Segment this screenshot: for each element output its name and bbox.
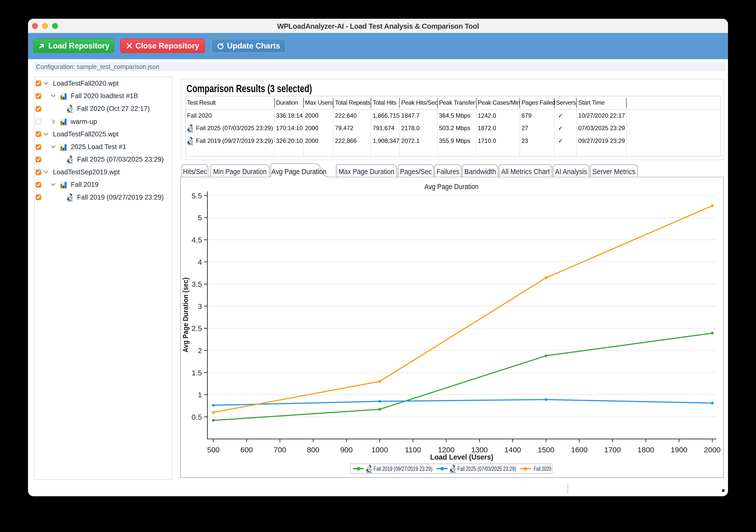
svg-text:Fall 2025 (07/03/2025 23:29): Fall 2025 (07/03/2025 23:29) bbox=[457, 465, 516, 472]
svg-text:600: 600 bbox=[240, 445, 253, 454]
svg-text:Hits/Sec: Hits/Sec bbox=[183, 167, 207, 176]
svg-text:Avg Page Duration: Avg Page Duration bbox=[272, 167, 327, 176]
svg-text:Failures: Failures bbox=[437, 167, 459, 176]
svg-text:1: 1 bbox=[198, 391, 202, 399]
svg-text:Min Page Duration: Min Page Duration bbox=[213, 167, 267, 176]
svg-text:Comparison Results (3 selected: Comparison Results (3 selected) bbox=[186, 83, 312, 94]
svg-text:4.5: 4.5 bbox=[192, 236, 202, 244]
svg-text:Avg Page Duration (sec): Avg Page Duration (sec) bbox=[181, 277, 190, 352]
svg-text:1700: 1700 bbox=[604, 445, 621, 454]
svg-text:2: 2 bbox=[198, 346, 202, 355]
svg-text:1000: 1000 bbox=[371, 445, 388, 454]
svg-text:2.5: 2.5 bbox=[192, 324, 202, 332]
svg-text:1400: 1400 bbox=[504, 445, 521, 454]
svg-text:5: 5 bbox=[198, 214, 202, 222]
svg-text:5.5: 5.5 bbox=[192, 191, 202, 200]
svg-text:Server Metrics: Server Metrics bbox=[592, 167, 635, 176]
svg-text:2000: 2000 bbox=[704, 445, 721, 454]
svg-text:AI Analysis: AI Analysis bbox=[555, 167, 587, 176]
svg-text:Max Page Duration: Max Page Duration bbox=[338, 167, 394, 176]
svg-text:1600: 1600 bbox=[571, 445, 588, 454]
svg-text:3: 3 bbox=[198, 302, 202, 311]
svg-text:900: 900 bbox=[340, 445, 353, 454]
svg-text:700: 700 bbox=[274, 445, 286, 454]
svg-text:3.5: 3.5 bbox=[192, 280, 202, 288]
svg-text:800: 800 bbox=[307, 445, 319, 454]
svg-text:Avg Page Duration: Avg Page Duration bbox=[424, 182, 479, 190]
svg-text:1100: 1100 bbox=[405, 445, 421, 454]
svg-text:Fall 2020: Fall 2020 bbox=[534, 465, 551, 472]
svg-text:Pages/Sec: Pages/Sec bbox=[400, 167, 432, 176]
svg-text:4: 4 bbox=[198, 258, 202, 266]
svg-text:1900: 1900 bbox=[671, 445, 688, 454]
svg-text:1500: 1500 bbox=[538, 445, 554, 454]
svg-text:Bandwidth: Bandwidth bbox=[464, 167, 496, 176]
svg-text:Load Level (Users): Load Level (Users) bbox=[430, 453, 494, 461]
svg-text:500: 500 bbox=[207, 445, 220, 454]
svg-text:All Metrics Chart: All Metrics Chart bbox=[501, 167, 550, 176]
svg-text:0.5: 0.5 bbox=[192, 413, 202, 421]
svg-text:Fall 2019 (09/27/2019 23:29): Fall 2019 (09/27/2019 23:29) bbox=[374, 465, 433, 472]
svg-text:1.5: 1.5 bbox=[192, 369, 202, 377]
svg-text:1800: 1800 bbox=[637, 445, 654, 454]
